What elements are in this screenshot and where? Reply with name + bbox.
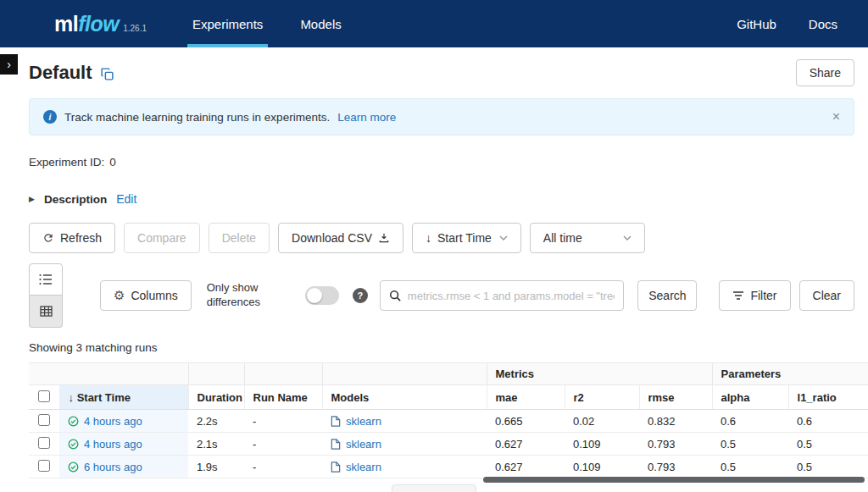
- version-label: 1.26.1: [123, 24, 147, 33]
- list-view-button[interactable]: [29, 263, 63, 296]
- github-link[interactable]: GitHub: [737, 17, 776, 31]
- expand-sidebar-button[interactable]: ›: [0, 54, 18, 75]
- row-checkbox[interactable]: [38, 460, 50, 472]
- columns-label: Columns: [131, 289, 177, 302]
- table-row: 4 hours ago 2.1s - sklearn 0.627: [29, 433, 868, 456]
- alpha-cell: 0.5: [712, 456, 788, 478]
- runs-table: Metrics Parameters ↓ Start Time Duration…: [29, 362, 868, 478]
- refresh-button[interactable]: Refresh: [29, 223, 115, 253]
- models-cell: sklearn: [322, 433, 487, 456]
- row-checkbox[interactable]: [38, 414, 50, 426]
- table-header-row: ↓ Start Time Duration Run Name Models ma…: [29, 385, 868, 410]
- mlflow-logo[interactable]: mlflow 1.26.1: [54, 12, 147, 36]
- differences-toggle[interactable]: [305, 286, 339, 305]
- column-duration[interactable]: Duration: [188, 385, 244, 410]
- table-grid-icon: [40, 306, 53, 317]
- run-link[interactable]: 6 hours ago: [84, 461, 142, 473]
- run-status-icon: [68, 439, 79, 450]
- run-name-cell: -: [244, 433, 322, 456]
- search-icon: [389, 290, 401, 301]
- model-doc-icon: [331, 416, 341, 427]
- only-show-differences-label: Only show differences: [207, 281, 283, 310]
- columns-button[interactable]: ⚙ Columns: [100, 280, 192, 311]
- run-link[interactable]: 4 hours ago: [84, 438, 142, 451]
- refresh-icon: [42, 232, 54, 244]
- tab-models-label: Models: [300, 17, 341, 31]
- duration-cell: 2.1s: [188, 433, 244, 456]
- start-time-cell: 4 hours ago: [59, 433, 188, 456]
- help-icon[interactable]: ?: [353, 288, 368, 303]
- start-time-cell: 6 hours ago: [59, 456, 188, 478]
- copy-icon[interactable]: [100, 67, 114, 81]
- tab-models[interactable]: Models: [298, 0, 342, 47]
- l1-ratio-cell: 0.5: [788, 433, 868, 456]
- list-icon: [39, 274, 53, 285]
- top-navbar: mlflow 1.26.1 Experiments Models GitHub …: [0, 0, 868, 47]
- model-link[interactable]: sklearn: [346, 461, 381, 473]
- model-doc-icon: [331, 439, 341, 450]
- column-mae[interactable]: mae: [487, 385, 565, 410]
- group-blank: [29, 363, 188, 385]
- tab-experiments-label: Experiments: [192, 17, 263, 31]
- nav-right-links: GitHub Docs: [737, 17, 837, 31]
- rmse-cell: 0.793: [639, 433, 712, 456]
- matching-runs-status: Showing 3 matching runs: [29, 341, 854, 354]
- alpha-cell: 0.5: [712, 433, 788, 456]
- compare-button[interactable]: Compare: [124, 223, 200, 253]
- select-all-checkbox[interactable]: [38, 390, 50, 402]
- logo-text-flow: flow: [78, 12, 119, 36]
- duration-cell: 1.9s: [188, 456, 244, 478]
- gear-icon: ⚙: [114, 288, 125, 303]
- column-start-time[interactable]: ↓ Start Time: [59, 385, 188, 410]
- experiment-id-label: Experiment ID:: [29, 156, 104, 169]
- filter-button[interactable]: Filter: [719, 280, 790, 311]
- description-row: ▶ Description Edit: [29, 192, 854, 206]
- row-checkbox[interactable]: [38, 437, 50, 449]
- model-link[interactable]: sklearn: [346, 415, 381, 428]
- search-button[interactable]: Search: [637, 280, 697, 311]
- l1-ratio-cell: 0.5: [788, 456, 868, 478]
- sort-dropdown[interactable]: ↓ Start Time: [412, 223, 521, 253]
- search-input[interactable]: [408, 290, 615, 302]
- run-link[interactable]: 4 hours ago: [84, 415, 142, 428]
- run-status-icon: [68, 416, 79, 427]
- sort-desc-icon: ↓: [426, 231, 431, 245]
- l1-ratio-cell: 0.6: [788, 410, 868, 433]
- time-range-label: All time: [543, 231, 582, 245]
- edit-description-link[interactable]: Edit: [116, 192, 136, 206]
- nav-tabs: Experiments Models: [191, 0, 377, 47]
- table-view-button[interactable]: [29, 296, 63, 328]
- load-more-button[interactable]: Load more: [392, 484, 476, 492]
- column-rmse[interactable]: rmse: [639, 385, 712, 410]
- column-alpha[interactable]: alpha: [712, 385, 788, 410]
- collapse-caret-icon[interactable]: ▶: [29, 195, 35, 203]
- title-row: Default Share: [29, 59, 854, 86]
- model-doc-icon: [331, 462, 341, 473]
- select-all-cell: [29, 385, 59, 410]
- delete-button[interactable]: Delete: [209, 223, 270, 253]
- learn-more-link[interactable]: Learn more: [337, 111, 396, 124]
- sort-dropdown-label: Start Time: [437, 231, 492, 245]
- group-blank: [188, 363, 244, 385]
- model-link[interactable]: sklearn: [346, 438, 381, 451]
- column-r2[interactable]: r2: [565, 385, 639, 410]
- download-icon: [378, 232, 390, 244]
- docs-link[interactable]: Docs: [809, 17, 837, 31]
- column-models[interactable]: Models: [322, 385, 487, 410]
- row-checkbox-cell: [29, 433, 59, 456]
- sort-desc-icon: ↓: [69, 391, 75, 404]
- time-range-dropdown[interactable]: All time: [530, 223, 645, 253]
- filter-controls-row: ⚙ Columns Only show differences ? Search…: [29, 263, 854, 328]
- main-content: Default Share i Track machine learning t…: [0, 47, 868, 478]
- r2-cell: 0.109: [565, 456, 639, 478]
- close-icon[interactable]: ×: [832, 109, 840, 124]
- column-l1-ratio[interactable]: l1_ratio: [788, 385, 868, 410]
- experiment-id-value: 0: [109, 156, 116, 169]
- download-csv-button[interactable]: Download CSV: [278, 223, 403, 253]
- share-button[interactable]: Share: [796, 59, 854, 86]
- info-icon: i: [43, 110, 57, 124]
- clear-button[interactable]: Clear: [799, 280, 854, 311]
- column-run-name[interactable]: Run Name: [244, 385, 322, 410]
- tab-experiments[interactable]: Experiments: [191, 0, 264, 47]
- horizontal-scrollbar[interactable]: [483, 477, 865, 483]
